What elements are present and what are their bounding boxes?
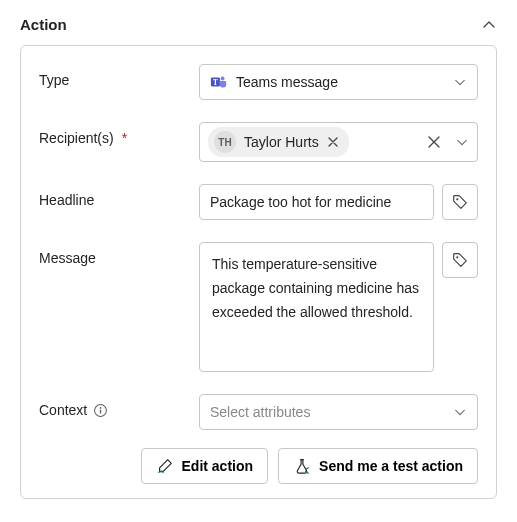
label-headline: Headline [39,184,189,208]
edit-action-label: Edit action [182,458,254,474]
label-context-text: Context [39,402,87,418]
label-message-text: Message [39,250,96,266]
svg-point-4 [456,256,458,258]
required-asterisk: * [122,130,127,146]
type-dropdown[interactable]: T Teams message [199,64,478,100]
recipient-chip: TH Taylor Hurts [208,127,349,157]
chevron-up-icon [481,17,497,33]
section-title: Action [20,16,67,33]
section-header: Action [20,16,497,45]
send-test-button[interactable]: Send me a test action [278,448,478,484]
label-context: Context [39,394,189,418]
chevron-down-icon [453,75,467,89]
chevron-down-icon [453,405,467,419]
headline-value: Package too hot for medicine [210,194,391,210]
svg-point-3 [456,198,458,200]
send-test-label: Send me a test action [319,458,463,474]
info-icon[interactable] [93,403,108,418]
row-message: Message This temperature-sensitive packa… [39,242,478,372]
message-textarea[interactable]: This temperature-sensitive package conta… [199,242,434,372]
edit-icon [156,457,174,475]
clear-all[interactable] [427,135,441,149]
headline-input[interactable]: Package too hot for medicine [199,184,434,220]
row-headline: Headline Package too hot for medicine [39,184,478,220]
row-recipients: Recipient(s) * TH Taylor Hurts [39,122,478,162]
tag-icon [451,193,469,211]
label-recipients-text: Recipient(s) [39,130,114,146]
row-context: Context Select attributes [39,394,478,430]
recipients-input[interactable]: TH Taylor Hurts [199,122,478,162]
message-tag-button[interactable] [442,242,478,278]
context-dropdown[interactable]: Select attributes [199,394,478,430]
svg-text:T: T [213,79,218,87]
svg-point-2 [221,76,225,80]
chip-remove[interactable] [327,136,339,148]
label-type-text: Type [39,72,69,88]
label-type: Type [39,64,189,88]
beaker-icon [293,457,311,475]
collapse-toggle[interactable] [481,17,497,33]
type-value: Teams message [236,74,445,90]
footer: Edit action Send me a test action [39,448,478,484]
label-headline-text: Headline [39,192,94,208]
tag-icon [451,251,469,269]
close-icon [427,135,441,149]
edit-action-button[interactable]: Edit action [141,448,269,484]
headline-tag-button[interactable] [442,184,478,220]
svg-point-6 [100,407,102,409]
label-recipients: Recipient(s) * [39,122,189,146]
recipient-name: Taylor Hurts [244,134,319,150]
label-message: Message [39,242,189,266]
teams-icon: T [210,73,228,91]
row-type: Type T Teams message [39,64,478,100]
context-placeholder: Select attributes [210,404,310,420]
svg-rect-7 [100,409,101,413]
avatar: TH [214,131,236,153]
chevron-down-icon [455,135,469,149]
close-icon [327,136,339,148]
action-section: Action Type T Teams message [0,0,517,507]
action-panel: Type T Teams message Recipient(s) * [20,45,497,499]
message-value: This temperature-sensitive package conta… [212,253,421,324]
